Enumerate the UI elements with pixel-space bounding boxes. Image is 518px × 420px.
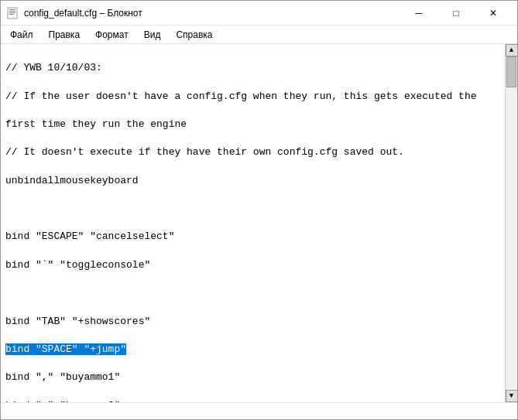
scroll-down-button[interactable]: ▼	[506, 390, 518, 402]
vertical-scrollbar[interactable]: ▲ ▼	[505, 44, 517, 402]
menu-help[interactable]: Справка	[170, 28, 218, 42]
app-icon	[7, 7, 19, 19]
line-2: // If the user doesn't have a config.cfg…	[5, 90, 500, 104]
svg-rect-1	[9, 9, 15, 10]
svg-rect-2	[9, 11, 15, 12]
highlighted-text: bind "SPACE" "+jump"	[5, 343, 126, 355]
line-13: bind "." "buyammo2"	[5, 399, 500, 402]
scroll-thumb[interactable]	[506, 56, 516, 87]
svg-rect-4	[9, 14, 14, 15]
scroll-track[interactable]	[506, 56, 517, 390]
window-title: config_default.cfg – Блокнот	[24, 8, 142, 19]
line-6	[5, 202, 500, 216]
status-bar	[1, 402, 517, 419]
line-10: bind "TAB" "+showscores"	[5, 315, 500, 329]
menu-file[interactable]: Файл	[4, 28, 39, 42]
menu-bar: Файл Правка Формат Вид Справка	[1, 26, 517, 44]
scroll-up-button[interactable]: ▲	[506, 44, 518, 56]
close-button[interactable]: ✕	[475, 1, 511, 26]
maximize-button[interactable]: □	[438, 1, 474, 26]
line-11: bind "SPACE" "+jump"	[5, 343, 500, 357]
line-3: first time they run the engine	[5, 118, 500, 131]
line-4: // It doesn't execute if they have their…	[5, 145, 500, 159]
minimize-button[interactable]: ─	[401, 1, 437, 26]
menu-edit[interactable]: Правка	[43, 28, 87, 42]
line-1: // YWB 10/10/03:	[5, 61, 500, 75]
editor-area: // YWB 10/10/03: // If the user doesn't …	[1, 44, 517, 402]
notepad-window: config_default.cfg – Блокнот ─ □ ✕ Файл …	[0, 0, 518, 420]
menu-view[interactable]: Вид	[138, 28, 167, 42]
line-7: bind "ESCAPE" "cancelselect"	[5, 230, 500, 244]
text-editor[interactable]: // YWB 10/10/03: // If the user doesn't …	[1, 44, 505, 402]
line-12: bind "," "buyammo1"	[5, 370, 500, 384]
line-8: bind "`" "toggleconsole"	[5, 258, 500, 272]
menu-format[interactable]: Формат	[89, 28, 135, 42]
line-9	[5, 286, 500, 300]
svg-rect-3	[9, 12, 15, 13]
window-controls: ─ □ ✕	[401, 1, 511, 26]
line-5: unbindallmousekeyboard	[5, 174, 500, 188]
title-bar-left: config_default.cfg – Блокнот	[7, 7, 142, 19]
title-bar: config_default.cfg – Блокнот ─ □ ✕	[1, 1, 517, 26]
